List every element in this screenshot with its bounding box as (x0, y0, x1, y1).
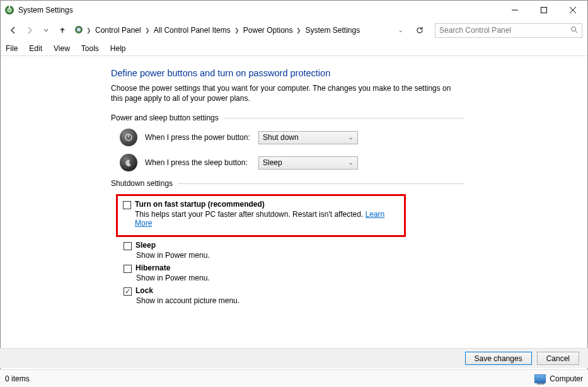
minimize-button[interactable] (500, 1, 529, 20)
section-shutdown-label: Shutdown settings (111, 179, 173, 188)
fast-startup-desc: This helps start your PC faster after sh… (135, 210, 366, 219)
sleep-chk-desc: Show in Power menu. (136, 251, 464, 260)
forward-button[interactable] (22, 23, 37, 38)
lock-chk-desc: Show in account picture menu. (136, 296, 464, 305)
svg-line-10 (575, 31, 577, 33)
chevron-right-icon: ❯ (145, 27, 150, 33)
recent-dropdown[interactable] (38, 23, 54, 38)
sleep-button-label: When I press the sleep button: (145, 158, 258, 167)
section-shutdown: Shutdown settings (111, 179, 464, 188)
cancel-button[interactable]: Cancel (537, 352, 579, 365)
breadcrumb[interactable]: ❯ Control Panel ❯ All Control Panel Item… (71, 23, 408, 38)
chevron-down-icon: ⌄ (349, 159, 354, 166)
menu-edit[interactable]: Edit (29, 44, 42, 53)
svg-rect-2 (9, 6, 10, 9)
status-right: Computer (550, 374, 583, 383)
back-button[interactable] (6, 23, 21, 38)
svg-point-8 (77, 28, 81, 32)
lock-checkbox[interactable] (124, 287, 132, 296)
titlebar: System Settings (1, 1, 587, 20)
sleep-icon (120, 154, 137, 171)
svg-point-9 (572, 26, 576, 31)
crumb-system-settings[interactable]: System Settings (304, 25, 361, 35)
hibernate-chk-label: Hibernate (135, 263, 170, 272)
save-button[interactable]: Save changes (465, 352, 532, 365)
power-button-row: When I press the power button: Shut down… (120, 129, 464, 146)
crumb-control-panel[interactable]: Control Panel (94, 25, 142, 35)
fast-startup-label: Turn on fast startup (recommended) (135, 200, 265, 209)
menu-view[interactable]: View (54, 44, 70, 53)
fast-startup-checkbox[interactable] (123, 201, 131, 209)
computer-icon (534, 374, 546, 383)
status-left: 0 items (5, 374, 30, 383)
menubar: File Edit View Tools Help (1, 41, 587, 56)
statusbar: 0 items Computer (0, 369, 588, 387)
hibernate-chk-desc: Show in Power menu. (136, 274, 464, 282)
chevron-right-icon: ❯ (86, 27, 91, 33)
chevron-down-icon: ⌄ (349, 134, 354, 141)
chevron-right-icon: ❯ (296, 27, 301, 33)
section-power-sleep-label: Power and sleep button settings (111, 113, 219, 122)
menu-tools[interactable]: Tools (81, 44, 99, 53)
control-panel-icon (74, 25, 84, 37)
svg-rect-4 (541, 8, 547, 13)
sleep-button-value: Sleep (263, 158, 282, 167)
page-subtext: Choose the power settings that you want … (111, 83, 464, 103)
search-icon (570, 26, 578, 35)
window-title: System Settings (18, 6, 73, 14)
crumb-power-options[interactable]: Power Options (242, 25, 294, 35)
button-bar: Save changes Cancel (0, 348, 588, 368)
nav-row: ❯ Control Panel ❯ All Control Panel Item… (1, 20, 587, 41)
power-button-label: When I press the power button: (145, 133, 258, 142)
power-icon (120, 129, 137, 146)
breadcrumb-dropdown-icon[interactable]: ⌄ (398, 27, 406, 33)
app-icon (4, 5, 14, 15)
section-power-sleep: Power and sleep button settings (111, 113, 464, 122)
sleep-button-select[interactable]: Sleep ⌄ (258, 156, 358, 170)
hibernate-checkbox[interactable] (124, 265, 132, 273)
power-button-select[interactable]: Shut down ⌄ (258, 131, 358, 144)
crumb-all-items[interactable]: All Control Panel Items (153, 25, 232, 35)
search-input[interactable] (439, 26, 578, 35)
fast-startup-highlight: Turn on fast startup (recommended) This … (116, 194, 406, 237)
page-heading: Define power buttons and turn on passwor… (111, 68, 464, 78)
menu-file[interactable]: File (6, 44, 18, 53)
refresh-button[interactable] (412, 23, 427, 38)
search-box[interactable] (435, 23, 582, 38)
sleep-chk-label: Sleep (135, 241, 156, 250)
power-button-value: Shut down (263, 133, 299, 142)
lock-chk-label: Lock (135, 286, 153, 295)
content-area: Define power buttons and turn on passwor… (0, 57, 588, 348)
maximize-button[interactable] (529, 1, 558, 20)
chevron-right-icon: ❯ (234, 27, 239, 33)
sleep-button-row: When I press the sleep button: Sleep ⌄ (120, 154, 464, 171)
menu-help[interactable]: Help (110, 44, 126, 53)
up-button[interactable] (55, 23, 70, 38)
sleep-checkbox[interactable] (124, 242, 132, 250)
close-button[interactable] (558, 1, 587, 20)
